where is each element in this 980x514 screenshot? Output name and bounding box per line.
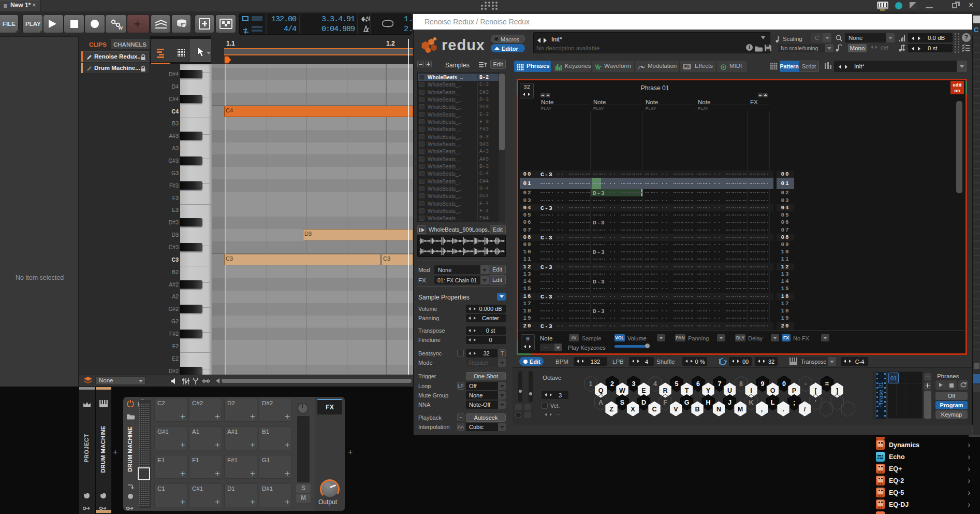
svg-text:Q: Q: [598, 387, 604, 394]
svg-text:B: B: [695, 406, 699, 413]
svg-text:T: T: [685, 387, 689, 394]
svg-text:K: K: [749, 399, 753, 406]
svg-text:8: 8: [739, 380, 743, 388]
svg-text:V: V: [674, 406, 678, 413]
svg-text:L: L: [771, 399, 775, 406]
svg-text:Z: Z: [609, 406, 613, 413]
svg-text:4: 4: [653, 380, 657, 388]
svg-text:Y: Y: [706, 387, 711, 394]
svg-text:': ': [815, 399, 816, 406]
svg-text:=: =: [825, 380, 829, 388]
svg-text:S: S: [620, 399, 624, 406]
svg-text:G: G: [684, 399, 690, 406]
svg-text:U: U: [727, 387, 732, 394]
svg-text:0: 0: [782, 380, 786, 388]
svg-text:,: ,: [761, 406, 763, 413]
svg-text:J: J: [728, 399, 732, 406]
svg-text:1: 1: [589, 380, 593, 388]
svg-text:E: E: [641, 387, 646, 394]
svg-text:I: I: [750, 387, 752, 394]
svg-text:C: C: [652, 406, 656, 413]
svg-text:6: 6: [696, 380, 700, 388]
svg-text:X: X: [631, 406, 635, 413]
svg-text:D: D: [641, 399, 646, 406]
svg-text:P: P: [792, 387, 796, 394]
svg-text:;: ;: [793, 399, 795, 406]
svg-text:.: .: [782, 406, 784, 413]
svg-text:A: A: [598, 399, 603, 406]
svg-text:5: 5: [675, 380, 679, 388]
svg-text:R: R: [663, 387, 667, 394]
svg-text:2: 2: [610, 380, 614, 388]
svg-text:F: F: [663, 399, 667, 406]
svg-text:H: H: [706, 399, 710, 406]
svg-text:]: ]: [836, 387, 838, 394]
svg-text:9: 9: [761, 380, 765, 388]
svg-text:/: /: [804, 406, 806, 413]
svg-text:7: 7: [718, 380, 722, 388]
svg-text:M: M: [738, 406, 743, 413]
svg-text:w: w: [118, 25, 123, 31]
svg-text:O: O: [770, 387, 776, 394]
svg-text:N: N: [716, 406, 721, 413]
svg-text:-: -: [805, 380, 807, 388]
svg-text:W: W: [619, 387, 625, 394]
svg-text:3: 3: [632, 380, 636, 388]
